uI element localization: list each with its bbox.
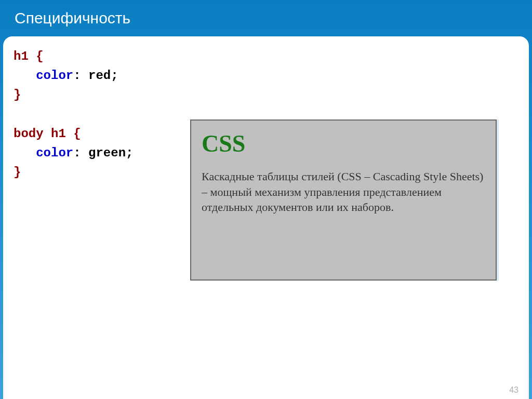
code-property: color: [36, 146, 73, 160]
slide-title: Специфичность: [0, 0, 532, 36]
code-selector: h1 {: [14, 49, 44, 63]
preview-heading: CSS: [202, 130, 485, 157]
code-blank: [14, 108, 21, 122]
page-number: 43: [509, 385, 518, 395]
code-value: green: [88, 146, 126, 160]
code-close-brace: }: [14, 165, 21, 179]
code-close-brace: }: [14, 88, 21, 102]
slide-content: h1 { color: red; } body h1 { color: gree…: [3, 36, 529, 399]
code-indent: [14, 69, 36, 83]
code-value: red: [88, 69, 111, 83]
browser-preview: CSS Каскадные таблицы стилей (CSS – Casc…: [190, 119, 497, 281]
code-selector: body h1 {: [14, 127, 81, 141]
code-indent: [14, 146, 36, 160]
preview-paragraph: Каскадные таблицы стилей (CSS – Cascadin…: [202, 169, 485, 215]
code-semicolon: ;: [111, 69, 118, 83]
browser-border: [497, 119, 499, 281]
code-semicolon: ;: [126, 146, 133, 160]
code-property: color: [36, 69, 73, 83]
code-colon: :: [73, 146, 88, 160]
code-colon: :: [73, 69, 88, 83]
